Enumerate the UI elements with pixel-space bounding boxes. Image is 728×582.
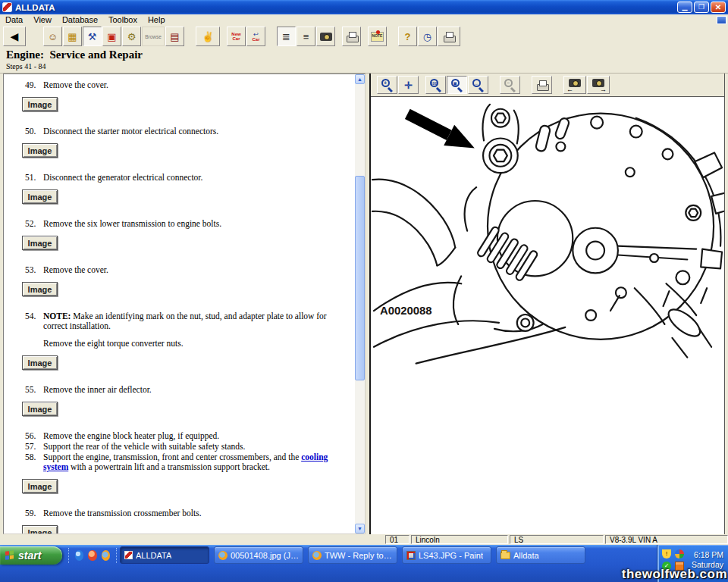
browser-icon[interactable] — [75, 550, 83, 561]
close-button[interactable]: ✕ — [711, 2, 726, 13]
illustration-pane: + ✛ 100 ▣ ↔ − ← → — [369, 74, 725, 534]
next-image-icon: → — [591, 79, 606, 91]
minimize-button[interactable]: ▁ — [677, 2, 692, 13]
image-button[interactable]: Image — [22, 143, 58, 158]
main-toolbar: ◀ ☺ ▦ ⚒ ▣ ⚙ Browse ▤ ✌ New Car ↩ Car ≣ ≡… — [0, 25, 728, 48]
status-make: Lincoln — [411, 535, 508, 544]
specs-button[interactable]: ⚙ — [122, 27, 141, 46]
pointer-arrow-icon — [402, 104, 480, 159]
zoom-fit-button[interactable]: ▣ — [447, 76, 467, 94]
vehicle-button[interactable]: ▦ — [63, 27, 82, 46]
zoom-width-button[interactable]: ↔ — [468, 76, 488, 94]
step-54: 54.NOTE: Make an identifying mark on the… — [25, 311, 344, 331]
assistant-icon: ☺ — [48, 32, 58, 42]
window-title: ALLDATA — [15, 3, 55, 12]
child-window-icon[interactable] — [717, 16, 726, 24]
image-button[interactable]: Image — [22, 236, 58, 250]
vertical-scrollbar[interactable]: ▲ ▼ — [355, 74, 365, 534]
car-button[interactable]: ↩ Car — [246, 27, 265, 46]
browse-button[interactable]: Browse — [142, 27, 165, 46]
library-button[interactable]: ▤ — [165, 27, 184, 46]
quick-launch — [68, 548, 117, 563]
printer-icon — [536, 80, 548, 90]
task-alldata[interactable]: ALLDATA — [120, 546, 209, 564]
maintenance-button[interactable]: ✌ — [196, 27, 220, 46]
security-shield-icon[interactable]: ! — [662, 549, 671, 559]
print-image-button[interactable] — [532, 76, 552, 94]
firefox-icon — [312, 551, 322, 560]
back-button[interactable]: ◀ — [3, 27, 26, 46]
paint-icon — [406, 551, 416, 560]
clock-time: 6:18 PM — [692, 550, 723, 560]
taskbar: start ALLDATA 00501408.jpg (JPEG ... TWW… — [0, 545, 728, 582]
new-car-button[interactable]: New Car — [227, 27, 246, 46]
image-button[interactable]: Image — [22, 189, 58, 204]
step-59: 59.Remove the transmission crossmember b… — [25, 508, 344, 518]
text-view-button[interactable]: ≡ — [297, 27, 315, 46]
menu-toolbox[interactable]: Toolbox — [103, 14, 143, 25]
hand-tools-icon: ✌ — [202, 32, 214, 42]
image-button[interactable]: Image — [22, 479, 58, 493]
image-button[interactable]: Image — [22, 355, 58, 370]
article-title: Engine: Service and Repair — [6, 48, 722, 61]
media-player-icon[interactable] — [88, 550, 96, 561]
monitor-icon: ▣ — [107, 32, 116, 42]
menu-data[interactable]: Data — [0, 14, 28, 25]
step-56: 56.Remove the engine block heater plug, … — [25, 431, 344, 441]
assistant-button[interactable]: ☺ — [43, 27, 62, 46]
outline-icon: ≣ — [282, 32, 290, 42]
step-58: 58.Support the engine, transmission, fro… — [25, 452, 344, 472]
task-paint[interactable]: LS43.JPG - Paint — [402, 546, 491, 564]
step-55: 55.Remove the inner air deflector. — [25, 385, 344, 395]
fax-button[interactable] — [438, 27, 460, 46]
scroll-up-arrow[interactable]: ▲ — [355, 74, 365, 84]
windows-flag-icon — [5, 550, 14, 561]
title-bar: ALLDATA ▁ ❐ ✕ — [0, 0, 728, 14]
menu-help[interactable]: Help — [143, 14, 171, 25]
image-viewer[interactable]: A0020088 — [371, 97, 724, 534]
zoom-fit-icon: ▣ — [451, 79, 463, 91]
image-button[interactable]: Image — [22, 282, 58, 296]
next-image-button[interactable]: → — [587, 76, 610, 94]
start-button[interactable]: start — [0, 546, 62, 565]
restore-button[interactable]: ❐ — [694, 2, 709, 13]
print-button[interactable] — [342, 27, 361, 46]
pan-button[interactable]: ✛ — [398, 76, 419, 94]
messenger-icon[interactable] — [675, 549, 684, 559]
status-code: 01 — [385, 535, 410, 544]
help-key-button[interactable]: ? — [398, 27, 417, 46]
tsb-button[interactable]: ▣ — [102, 27, 121, 46]
vehicle-icon: ▦ — [67, 32, 77, 42]
images-view-button[interactable] — [316, 27, 335, 46]
browse-label: Browse — [145, 32, 162, 42]
step-51: 51.Disconnect the generator electrical c… — [25, 173, 344, 183]
history-button[interactable]: ◷ — [418, 27, 437, 46]
outline-view-button[interactable]: ≣ — [277, 27, 296, 46]
zoom-in-button[interactable]: + — [377, 76, 397, 94]
image-button[interactable]: Image — [22, 525, 58, 534]
scrollbar-thumb[interactable] — [355, 176, 365, 380]
notes-button[interactable]: NOTE — [368, 27, 387, 46]
task-alldata-folder[interactable]: Alldata — [496, 546, 585, 564]
menu-database[interactable]: Database — [57, 14, 103, 25]
clock-icon: ◷ — [423, 32, 431, 42]
step-54-detail: Remove the eight torque converter nuts. — [43, 339, 350, 349]
note-pushpin-icon: NOTE — [371, 32, 384, 42]
car-arrow-icon: ↩ — [253, 32, 259, 37]
task-jpeg-image[interactable]: 00501408.jpg (JPEG ... — [214, 546, 303, 564]
zoom-100-button[interactable]: 100 — [425, 76, 446, 94]
site-watermark: thewolfweb.com — [622, 567, 727, 582]
image-button[interactable]: Image — [22, 97, 58, 111]
image-button[interactable]: Image — [22, 402, 58, 416]
firefox-icon[interactable] — [102, 550, 110, 561]
task-tww-topic[interactable]: TWW - Reply to Topic... — [308, 546, 397, 564]
text-lines-icon: ≡ — [303, 32, 309, 42]
step-53: 53.Remove the cover. — [25, 265, 344, 275]
scroll-down-arrow[interactable]: ▼ — [355, 524, 365, 534]
firefox-icon — [218, 551, 228, 560]
previous-image-button[interactable]: ← — [563, 76, 586, 94]
menu-view[interactable]: View — [28, 14, 57, 25]
repair-button[interactable]: ⚒ — [83, 27, 102, 46]
status-bar: 01 Lincoln LS V8-3.9L VIN A — [0, 534, 728, 545]
repair-tools-icon: ⚒ — [88, 32, 97, 42]
